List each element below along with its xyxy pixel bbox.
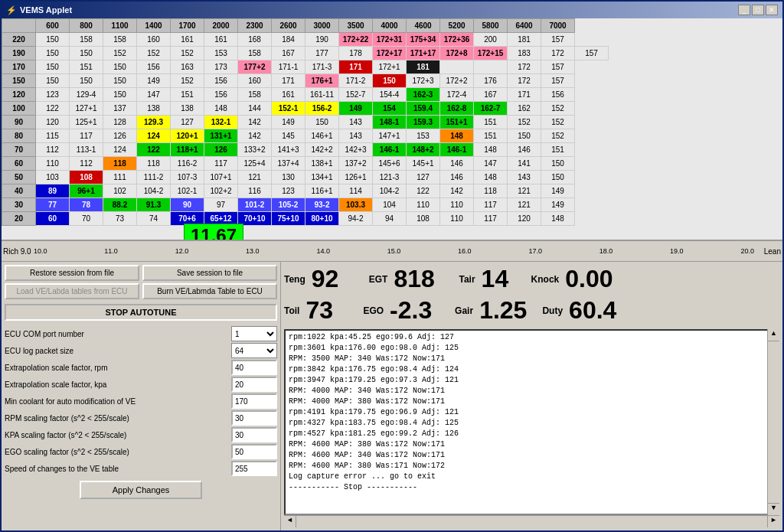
table-cell[interactable]: 113-1 [70,143,103,157]
table-cell[interactable]: 175+34 [407,33,440,47]
table-cell[interactable]: 111-2 [137,171,171,184]
table-cell[interactable]: 117 [70,129,103,143]
table-cell[interactable]: 157 [541,33,575,47]
table-cell[interactable]: 152 [541,102,575,116]
table-cell[interactable]: 125+4 [238,157,272,171]
log-packet-select[interactable]: 64128 [231,343,277,358]
speed-input[interactable]: 255 [231,461,277,476]
table-cell[interactable]: 90 [171,198,204,212]
table-cell[interactable]: 172+22 [339,33,373,47]
table-cell[interactable]: 131+1 [204,129,238,143]
table-cell[interactable]: 172+2 [440,74,474,88]
table-cell[interactable]: 172 [508,60,541,74]
table-cell[interactable]: 158 [238,88,272,102]
table-cell[interactable]: 142 [238,129,272,143]
table-cell[interactable]: 152 [508,116,541,129]
table-cell[interactable]: 183 [508,47,541,60]
table-cell[interactable]: 161 [204,33,238,47]
table-cell[interactable]: 77 [36,198,70,212]
table-cell[interactable]: 162 [508,102,541,116]
table-cell[interactable]: 104-2 [137,184,171,198]
table-cell[interactable]: 89 [36,184,70,198]
table-cell[interactable]: 121-3 [373,171,407,184]
table-cell[interactable]: 134+1 [305,171,339,184]
table-cell[interactable]: 150 [103,88,137,102]
table-cell[interactable]: 110 [36,157,70,171]
table-cell[interactable]: 150 [373,74,407,88]
table-cell[interactable]: 118 [103,157,137,171]
table-cell[interactable]: 161-11 [305,88,339,102]
table-cell[interactable]: 177+2 [238,60,272,74]
min-coolant-input[interactable]: 170 [231,393,277,409]
table-cell[interactable]: 161 [171,33,204,47]
table-cell[interactable]: 94 [373,212,407,226]
table-cell[interactable]: 142+3 [339,143,373,157]
table-cell[interactable]: 137+2 [339,157,373,171]
table-cell[interactable]: 74 [137,212,171,226]
table-cell[interactable]: 127+1 [70,102,103,116]
table-cell[interactable]: 156 [204,88,238,102]
table-cell[interactable]: 124 [103,143,137,157]
table-cell[interactable]: 181 [407,60,440,74]
table-cell[interactable]: 154-4 [373,88,407,102]
scroll-down-button[interactable]: ▼ [768,503,779,515]
table-cell[interactable]: 112 [70,157,103,171]
ego-scaling-input[interactable]: 50 [231,444,277,459]
table-cell[interactable]: 161 [272,88,305,102]
table-cell[interactable]: 138 [171,102,204,116]
table-cell[interactable]: 163 [171,60,204,74]
table-cell[interactable]: 162-7 [474,102,508,116]
table-cell[interactable]: 138 [137,102,171,116]
table-cell[interactable]: 148 [440,129,474,143]
table-cell[interactable]: 149 [272,116,305,129]
table-cell[interactable]: 150 [36,60,70,74]
table-cell[interactable]: 146-1 [440,143,474,157]
table-cell[interactable]: 123 [272,184,305,198]
table-cell[interactable]: 137 [103,102,137,116]
table-cell[interactable]: 149 [541,184,575,198]
table-cell[interactable]: 129.3 [137,116,171,129]
table-cell[interactable]: 97 [204,198,238,212]
scrollbar-vertical[interactable]: ▲ ▼ [767,329,779,515]
table-cell[interactable]: 171-1 [272,60,305,74]
table-cell[interactable]: 167 [474,88,508,102]
scroll-left-button[interactable]: ◄ [284,516,296,527]
table-cell[interactable]: 172+36 [440,33,474,47]
table-cell[interactable]: 173 [204,60,238,74]
table-cell[interactable]: 120 [36,116,70,129]
table-cell[interactable]: 120+1 [171,129,204,143]
kpa-scaling-input[interactable]: 30 [231,427,277,442]
table-cell[interactable]: 75+10 [272,212,305,226]
maximize-button[interactable]: □ [752,5,764,15]
rpm-scaling-input[interactable]: 30 [231,410,277,426]
table-cell[interactable]: 120 [508,212,541,226]
table-cell[interactable]: 159.4 [407,102,440,116]
load-ve-button[interactable]: Load VE/Labda tables from ECU [5,283,139,299]
table-cell[interactable]: 103.3 [339,198,373,212]
table-cell[interactable]: 80+10 [305,212,339,226]
table-cell[interactable]: 172+3 [407,74,440,88]
table-cell[interactable]: 150 [70,47,103,60]
table-cell[interactable]: 153 [407,129,440,143]
table-cell[interactable]: 122 [137,143,171,157]
table-cell[interactable]: 143 [508,171,541,184]
table-cell[interactable]: 149 [137,74,171,88]
table-cell[interactable]: 125+1 [70,116,103,129]
table-cell[interactable]: 127 [171,116,204,129]
table-cell[interactable]: 102-1 [171,184,204,198]
table-cell[interactable]: 116 [238,184,272,198]
table-cell[interactable]: 152 [171,47,204,60]
table-cell[interactable]: 60 [36,212,70,226]
table-cell[interactable]: 78 [70,198,103,212]
table-cell[interactable]: 121 [508,198,541,212]
table-cell[interactable]: 112 [36,143,70,157]
table-cell[interactable]: 138+1 [305,157,339,171]
table-cell[interactable]: 146 [440,157,474,171]
table-cell[interactable]: 117 [474,212,508,226]
table-cell[interactable]: 150 [70,74,103,88]
table-cell[interactable]: 116-2 [171,157,204,171]
table-cell[interactable]: 148-1 [373,116,407,129]
table-cell[interactable]: 129-4 [70,88,103,102]
table-cell[interactable]: 157 [575,47,609,60]
table-cell[interactable]: 171 [508,88,541,102]
